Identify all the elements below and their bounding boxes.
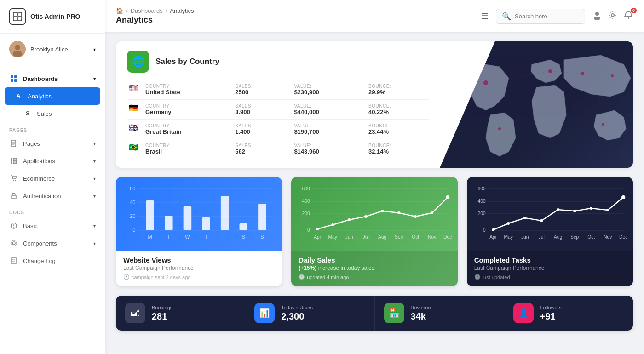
- svg-point-80: [364, 215, 367, 218]
- user-icon[interactable]: [592, 11, 602, 22]
- svg-point-18: [11, 160, 12, 162]
- sidebar-item-changelog[interactable]: Change Log: [0, 252, 105, 269]
- revenue-icon: 🏪: [384, 303, 404, 323]
- hamburger-icon[interactable]: ☰: [481, 11, 489, 21]
- svg-point-5: [15, 45, 20, 50]
- completed-tasks-card: 600 400 200 0: [467, 177, 633, 286]
- notification-badge: 9: [631, 8, 637, 13]
- svg-text:Aug: Aug: [554, 234, 562, 240]
- avatar: [9, 41, 26, 57]
- sales-title: Sales by Country: [155, 57, 219, 66]
- svg-text:Oct: Oct: [412, 234, 420, 240]
- svg-text:0: 0: [307, 228, 310, 233]
- followers-value: +91: [540, 311, 562, 322]
- changelog-label: Change Log: [23, 257, 56, 264]
- svg-point-79: [348, 218, 351, 221]
- svg-point-22: [13, 162, 15, 164]
- clock-icon-2: 🕐: [299, 274, 305, 280]
- svg-point-23: [15, 162, 17, 164]
- notification-icon[interactable]: 9: [624, 11, 633, 22]
- completed-tasks-chart: 600 400 200 0: [467, 177, 633, 251]
- page-title: Analytics: [116, 15, 474, 25]
- svg-point-15: [11, 158, 12, 160]
- sidebar-item-analytics[interactable]: A Analytics: [5, 87, 100, 105]
- svg-point-81: [381, 210, 384, 212]
- authentication-icon: [9, 191, 18, 200]
- authentication-label: Authentication: [23, 193, 61, 200]
- svg-rect-55: [146, 200, 154, 230]
- dashboards-chevron-icon: ▾: [93, 76, 96, 81]
- svg-text:20: 20: [130, 213, 135, 218]
- svg-point-19: [13, 160, 15, 162]
- search-box[interactable]: 🔍: [496, 9, 585, 24]
- user-profile[interactable]: Brooklyn Alice ▾: [0, 34, 105, 65]
- svg-text:Apr: Apr: [489, 234, 497, 240]
- svg-point-77: [316, 228, 319, 230]
- daily-sales-title: Daily Sales: [299, 256, 450, 264]
- svg-text:W: W: [185, 234, 190, 239]
- svg-rect-56: [165, 216, 173, 230]
- svg-point-107: [557, 208, 559, 211]
- svg-rect-60: [239, 223, 247, 230]
- svg-point-103: [492, 228, 494, 231]
- svg-text:600: 600: [477, 186, 486, 191]
- sales-left-panel: 🌐 Sales by Country 🇺🇸 Country: United St…: [116, 41, 440, 168]
- revenue-value: 34k: [411, 311, 431, 322]
- analytics-letter: A: [14, 91, 23, 101]
- website-views-card: 60 40 20 0 M T: [116, 177, 282, 286]
- daily-sales-card: 600 400 200 0: [291, 177, 457, 286]
- today_users-icon: 📊: [254, 303, 275, 323]
- sidebar-item-applications[interactable]: Applications ▾: [0, 152, 105, 170]
- sidebar-item-pages[interactable]: Pages ▾: [0, 135, 105, 152]
- svg-point-83: [414, 215, 417, 218]
- sidebar-item-sales[interactable]: S Sales: [0, 105, 105, 122]
- globe-icon: 🌐: [127, 51, 149, 73]
- svg-rect-9: [11, 79, 13, 82]
- completed-tasks-subtitle: Last Campaign Performance: [474, 265, 626, 271]
- followers-label: Followers: [540, 305, 562, 310]
- bookings-label: Bookings: [152, 305, 172, 310]
- sidebar-item-dashboards[interactable]: Dashboards ▾: [0, 70, 105, 87]
- svg-point-106: [540, 219, 543, 222]
- search-icon: 🔍: [502, 12, 511, 21]
- svg-text:Jun: Jun: [521, 234, 529, 240]
- sidebar-item-basic[interactable]: Basic ▾: [0, 217, 105, 234]
- user-name: Brooklyn Alice: [30, 46, 89, 53]
- svg-rect-8: [14, 75, 17, 78]
- sidebar-item-authentication[interactable]: Authentication ▾: [0, 187, 105, 205]
- svg-text:Nov: Nov: [428, 234, 437, 240]
- basic-label: Basic: [23, 223, 38, 229]
- svg-point-24: [13, 180, 14, 181]
- svg-point-25: [15, 180, 16, 181]
- svg-text:S: S: [260, 234, 264, 239]
- svg-text:M: M: [148, 234, 152, 239]
- bookings-value: 281: [152, 311, 172, 322]
- breadcrumb-dashboards[interactable]: Dashboards: [131, 7, 163, 14]
- today_users-value: 2,300: [281, 311, 313, 322]
- search-input[interactable]: [515, 13, 579, 20]
- sales-card-header: 🌐 Sales by Country: [127, 51, 429, 73]
- svg-point-16: [13, 158, 15, 160]
- svg-point-44: [602, 123, 604, 126]
- svg-text:Jul: Jul: [363, 234, 369, 240]
- sidebar-item-components[interactable]: Components ▾: [0, 234, 105, 252]
- header-icons: 9: [592, 11, 633, 22]
- svg-rect-26: [12, 195, 16, 199]
- country-row: 🇩🇪 Country: Germany Sales: 3.900 Value: …: [127, 100, 429, 120]
- applications-chevron-icon: ▾: [93, 159, 96, 164]
- svg-point-108: [573, 210, 576, 212]
- clock-icon-3: 🕐: [474, 274, 481, 280]
- settings-icon[interactable]: [608, 11, 617, 22]
- analytics-label: Analytics: [28, 93, 52, 100]
- svg-point-110: [606, 209, 609, 211]
- breadcrumb: 🏠 / Dashboards / Analytics: [116, 7, 474, 14]
- applications-label: Applications: [23, 158, 55, 165]
- svg-text:Oct: Oct: [587, 234, 595, 240]
- pages-label: Pages: [23, 140, 40, 147]
- sidebar-item-ecommerce[interactable]: Ecommerce ▾: [0, 170, 105, 187]
- daily-sales-subtitle: (+15%) increase in today sales.: [299, 265, 450, 271]
- svg-rect-32: [11, 258, 17, 263]
- home-icon: 🏠: [116, 7, 123, 14]
- changelog-icon: [9, 256, 18, 265]
- user-chevron-icon: ▾: [93, 47, 96, 52]
